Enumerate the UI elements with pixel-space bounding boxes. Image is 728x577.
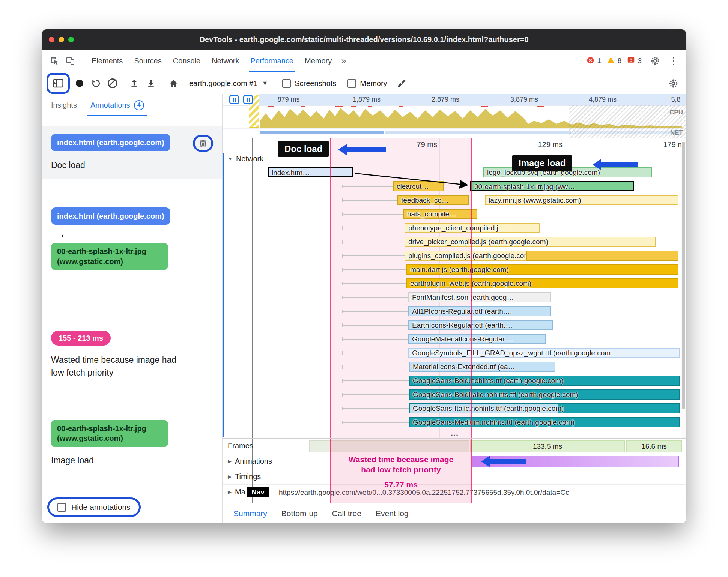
network-request-bar[interactable]: GoogleSymbols_FILL_GRAD_opsz_wght.ttf (e… bbox=[408, 348, 680, 358]
vertical-scrollbar[interactable] bbox=[681, 138, 686, 438]
network-request-bar[interactable]: clearcut… bbox=[393, 181, 444, 191]
network-request-bar[interactable] bbox=[526, 251, 678, 261]
network-request-bar[interactable]: phenotype_client_compiled.j… bbox=[405, 223, 540, 233]
home-icon[interactable] bbox=[165, 75, 182, 92]
minimize-window-button[interactable] bbox=[59, 37, 64, 42]
frame-segment[interactable]: 133.5 ms bbox=[470, 440, 625, 452]
garbage-collect-icon[interactable] bbox=[393, 75, 410, 92]
screenshots-toggle[interactable]: Screenshots bbox=[282, 79, 336, 88]
panel-settings-gear-icon[interactable] bbox=[665, 75, 681, 92]
request-label: GoogleSans-BoldItalic.nohints.ttf (earth… bbox=[410, 390, 578, 399]
minimap-right-handle[interactable] bbox=[243, 95, 253, 104]
annotation-chip-index-html[interactable]: index.html (earth.google.com) bbox=[51, 134, 170, 151]
request-label: All1PIcons-Regular.otf (earth.… bbox=[409, 307, 512, 316]
frame-duration: 16.6 ms bbox=[641, 442, 667, 451]
maximize-window-button[interactable] bbox=[68, 37, 74, 42]
record-button[interactable] bbox=[71, 75, 88, 92]
close-window-button[interactable] bbox=[49, 37, 54, 42]
memory-checkbox[interactable] bbox=[347, 79, 356, 88]
annotation-entry-wasted-time[interactable]: 155 - 213 ms Wasted time because image h… bbox=[42, 331, 222, 379]
expand-triangle-icon[interactable]: ▶ bbox=[228, 458, 232, 464]
request-queue-whisker bbox=[342, 200, 397, 201]
tab-event-log[interactable]: Event log bbox=[369, 503, 416, 523]
tab-console[interactable]: Console bbox=[167, 50, 206, 72]
tab-call-tree[interactable]: Call tree bbox=[325, 503, 369, 523]
screenshots-checkbox[interactable] bbox=[282, 79, 291, 88]
network-request-bar[interactable]: FontManifest.json (earth.goog… bbox=[408, 292, 551, 302]
tab-bottom-up[interactable]: Bottom-up bbox=[274, 503, 325, 523]
annotation-entry-image-load[interactable]: 00-earth-splash-1x-ltr.jpg (www.gstatic.… bbox=[42, 420, 222, 466]
network-request-bar[interactable]: main.dart.js (earth.google.com) bbox=[406, 264, 678, 275]
download-profile-icon[interactable] bbox=[143, 75, 159, 92]
network-section-header[interactable]: ▼ Network bbox=[228, 155, 263, 163]
devtools-tabbar: Elements Sources Console Network Perform… bbox=[42, 50, 686, 72]
clear-icon[interactable] bbox=[104, 75, 121, 92]
network-waterfall-chart: ▼ Network index.htm…logo_lockup.svg (ear… bbox=[223, 138, 686, 438]
kebab-menu-icon[interactable]: ⋮ bbox=[666, 53, 681, 69]
image-load-annotation-label[interactable]: Image load bbox=[512, 155, 572, 171]
network-request-bar[interactable]: lazy.min.js (www.gstatic.com) bbox=[485, 195, 678, 205]
inspect-element-icon[interactable] bbox=[47, 53, 62, 69]
network-request-bar[interactable]: GoogleSans-Bold.nohints.ttf (earth.googl… bbox=[409, 376, 680, 386]
annotation-entry-link[interactable]: index.html (earth.google.com) → 00-earth… bbox=[42, 207, 222, 270]
network-request-bar[interactable]: drive_picker_compiled.js (earth.google.c… bbox=[405, 237, 656, 247]
error-icon[interactable] bbox=[587, 56, 594, 66]
annotation-chip-time-range[interactable]: 155 - 213 ms bbox=[51, 331, 111, 346]
expand-triangle-icon[interactable]: ▶ bbox=[228, 474, 232, 479]
delete-annotation-button[interactable] bbox=[198, 138, 208, 148]
network-request-bar[interactable]: MaterialIcons-Extended.ttf (ea… bbox=[409, 362, 555, 372]
settings-gear-icon[interactable] bbox=[647, 53, 663, 69]
tab-performance[interactable]: Performance bbox=[245, 50, 299, 72]
request-queue-whisker bbox=[342, 186, 393, 187]
tab-summary[interactable]: Summary bbox=[226, 503, 274, 523]
network-request-bar[interactable]: All1PIcons-Regular.otf (earth.… bbox=[408, 306, 551, 316]
annotation-entry-doc-load[interactable]: index.html (earth.google.com) Doc load bbox=[42, 126, 222, 179]
nav-marker-chip[interactable]: Nav bbox=[247, 487, 269, 497]
performance-toolbar: earth.google.com #1 ▼ Screenshots Memory bbox=[42, 72, 686, 95]
annotation-chip-splash-jpg[interactable]: 00-earth-splash-1x-ltr.jpg (www.gstatic.… bbox=[51, 243, 168, 270]
expand-triangle-icon[interactable]: ▶ bbox=[228, 489, 232, 495]
tab-annotations[interactable]: Annotations 4 bbox=[84, 94, 151, 116]
frame-segment[interactable]: 16.6 ms bbox=[626, 440, 682, 452]
doc-load-annotation-label[interactable]: Doc load bbox=[278, 141, 329, 157]
tab-elements[interactable]: Elements bbox=[86, 50, 128, 72]
tab-insights[interactable]: Insights bbox=[44, 94, 84, 116]
network-request-bar[interactable]: feedback_co… bbox=[397, 195, 469, 205]
network-request-row: GoogleSymbols_FILL_GRAD_opsz_wght.ttf (e… bbox=[223, 348, 682, 358]
timings-track-label: Timings bbox=[235, 472, 261, 481]
network-request-bar[interactable]: EarthIcons-Regular.otf (earth.… bbox=[408, 320, 553, 330]
network-request-bar[interactable]: 00-earth-splash-1x-ltr.jpg (ww… bbox=[470, 181, 634, 191]
request-queue-whisker bbox=[342, 408, 409, 409]
warning-icon[interactable] bbox=[607, 56, 615, 66]
tab-memory[interactable]: Memory bbox=[299, 50, 337, 72]
upload-profile-icon[interactable] bbox=[126, 75, 143, 92]
hide-annotations-label[interactable]: Hide annotations bbox=[71, 503, 131, 512]
more-tabs-icon[interactable]: » bbox=[337, 56, 350, 66]
network-request-bar[interactable]: earthplugin_web.js (earth.google.com) bbox=[406, 278, 678, 288]
network-request-bar[interactable]: GoogleSans-BoldItalic.nohints.ttf (earth… bbox=[409, 389, 680, 400]
timeline-overview-minimap[interactable]: 879 ms1,879 ms2,879 ms3,879 ms4,879 ms5,… bbox=[223, 94, 686, 138]
request-label: MaterialIcons-Extended.ttf (ea… bbox=[410, 362, 515, 371]
scrollbar-thumb[interactable] bbox=[682, 142, 685, 409]
net-track-label: NET bbox=[670, 129, 683, 137]
network-request-bar[interactable]: plugins_compiled.js (earth.google.com) bbox=[405, 251, 526, 261]
minimap-left-handle[interactable] bbox=[229, 95, 239, 104]
network-request-bar[interactable]: GoogleSans-Italic.nohints.ttf (earth.goo… bbox=[409, 403, 680, 413]
target-selector[interactable]: earth.google.com #1 ▼ bbox=[189, 79, 268, 88]
tab-sources[interactable]: Sources bbox=[128, 50, 167, 72]
network-request-bar[interactable]: hats_compile… bbox=[403, 209, 477, 219]
tab-network[interactable]: Network bbox=[206, 50, 245, 72]
annotation-chip-index-html[interactable]: index.html (earth.google.com) bbox=[51, 207, 170, 225]
network-request-bar[interactable]: GoogleSans-Medium.nohints.ttf (earth.goo… bbox=[409, 417, 680, 427]
issues-icon[interactable] bbox=[627, 56, 635, 66]
network-request-bar[interactable]: index.htm… bbox=[268, 167, 353, 177]
annotation-chip-splash-jpg[interactable]: 00-earth-splash-1x-ltr.jpg (www.gstatic.… bbox=[51, 420, 168, 447]
more-rows-indicator[interactable]: … bbox=[450, 428, 459, 438]
toggle-sidebar-icon[interactable] bbox=[50, 75, 66, 92]
network-request-bar[interactable]: GoogleMaterialIcons-Regular.… bbox=[408, 334, 546, 344]
hide-annotations-checkbox[interactable] bbox=[57, 503, 66, 512]
reload-and-record-icon[interactable] bbox=[88, 75, 104, 92]
network-request-row: GoogleSans-Bold.nohints.ttf (earth.googl… bbox=[223, 376, 682, 386]
memory-toggle[interactable]: Memory bbox=[347, 79, 387, 88]
device-toolbar-icon[interactable] bbox=[62, 53, 78, 69]
